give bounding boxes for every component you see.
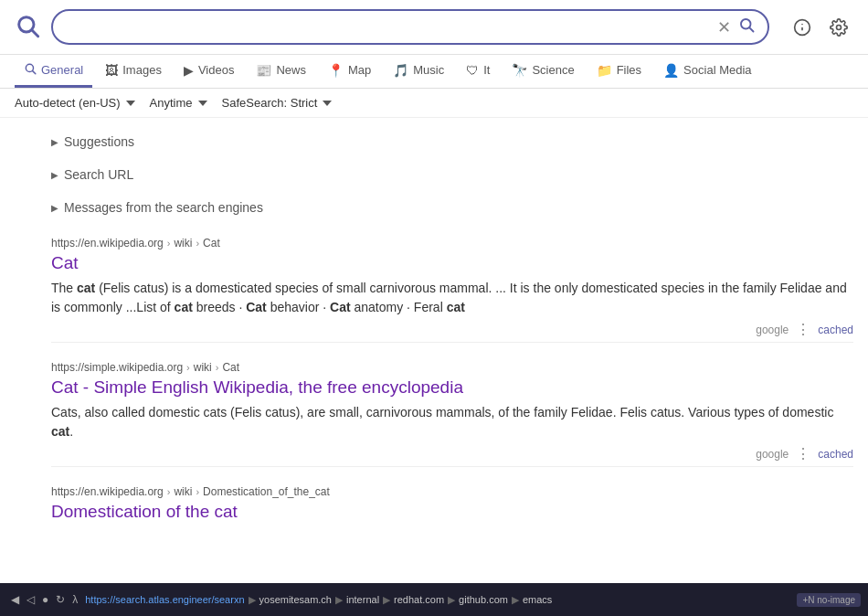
result-1-url: https://en.wikipedia.org › wiki › Cat — [51, 237, 853, 250]
suggestions-triangle-icon: ▶ — [51, 137, 58, 147]
result-3: https://en.wikipedia.org › wiki › Domest… — [51, 485, 853, 522]
images-icon: 🖼 — [105, 63, 118, 78]
language-filter[interactable]: Auto-detect (en-US) — [15, 96, 135, 110]
result-2-divider — [51, 466, 853, 467]
result-2-cached-button[interactable]: cached — [818, 448, 853, 461]
search-input[interactable]: cat wikipedia — [66, 19, 710, 36]
tab-social-media[interactable]: 👤 Social Media — [654, 56, 760, 88]
result-1-source: google — [756, 324, 789, 336]
map-icon: 📍 — [328, 63, 344, 78]
search-url-section: ▶ Search URL — [51, 160, 853, 189]
nav-lambda-button[interactable]: λ — [69, 593, 81, 606]
top-icons — [788, 13, 853, 42]
result-3-url: https://en.wikipedia.org › wiki › Domest… — [51, 485, 853, 498]
suggestions-header[interactable]: ▶ Suggestions — [51, 127, 853, 156]
breadcrumb-emacs[interactable]: emacs — [519, 594, 556, 605]
result-2-title[interactable]: Cat - Simple English Wikipedia, the free… — [51, 377, 853, 398]
svg-point-6 — [802, 24, 803, 25]
search-box: cat wikipedia ✕ — [51, 9, 769, 45]
result-1-divider — [51, 342, 853, 343]
breadcrumb-redhat[interactable]: redhat.com — [390, 594, 448, 605]
result-2-url-wiki: wiki — [194, 361, 212, 374]
result-2-url-cat: Cat — [222, 361, 239, 374]
videos-icon: ▶ — [184, 63, 194, 78]
search-logo — [15, 13, 40, 41]
it-icon: 🛡 — [466, 63, 479, 78]
files-icon: 📁 — [597, 63, 612, 78]
top-bar: cat wikipedia ✕ — [0, 0, 868, 55]
general-icon — [24, 62, 37, 78]
breadcrumbs: ▶ yosemitesam.ch ▶ internal ▶ redhat.com… — [249, 594, 556, 606]
result-1-title[interactable]: Cat — [51, 253, 853, 273]
tab-general[interactable]: General — [15, 55, 92, 88]
result-3-title[interactable]: Domestication of the cat — [51, 502, 853, 522]
result-1-more-icon[interactable]: ⋮ — [796, 321, 810, 338]
tab-news[interactable]: 📰 News — [247, 56, 315, 88]
nav-dot-button[interactable]: ● — [38, 593, 52, 606]
search-url-header[interactable]: ▶ Search URL — [51, 160, 853, 189]
search-submit-icon[interactable] — [738, 16, 755, 37]
filter-bar: Auto-detect (en-US) Anytime SafeSearch: … — [0, 89, 868, 118]
tab-videos[interactable]: ▶ Videos — [175, 56, 244, 88]
result-3-url-domestication: Domestication_of_the_cat — [203, 485, 330, 498]
nav-forward-button[interactable]: ◁ — [23, 593, 38, 606]
result-1-url-cat: Cat — [203, 237, 220, 250]
time-filter[interactable]: Anytime — [150, 96, 207, 110]
settings-button[interactable] — [824, 13, 853, 42]
tab-map[interactable]: 📍 Map — [319, 56, 380, 88]
result-2-source: google — [756, 448, 789, 461]
tab-science[interactable]: 🔭 Science — [503, 56, 583, 88]
result-1-footer: google ⋮ cached — [51, 321, 853, 338]
tab-music[interactable]: 🎵 Music — [384, 56, 453, 88]
result-1-cached-button[interactable]: cached — [818, 324, 853, 336]
breadcrumb-github[interactable]: github.com — [455, 594, 512, 605]
result-1: https://en.wikipedia.org › wiki › Cat Ca… — [51, 237, 853, 343]
svg-line-3 — [749, 27, 753, 31]
main-content: ▶ Suggestions ▶ Search URL ▶ Messages fr… — [0, 118, 868, 555]
result-1-url-path: wiki — [174, 237, 192, 250]
time-chevron-icon — [198, 99, 207, 108]
result-2-url: https://simple.wikipedia.org › wiki › Ca… — [51, 361, 853, 374]
messages-section: ▶ Messages from the search engines — [51, 193, 853, 222]
bottom-bar: ◀ ◁ ● ↻ λ https://search.atlas.engineer/… — [0, 583, 868, 616]
suggestions-section: ▶ Suggestions — [51, 127, 853, 156]
messages-triangle-icon: ▶ — [51, 203, 58, 213]
music-icon: 🎵 — [393, 63, 408, 78]
svg-point-7 — [837, 25, 842, 29]
safesearch-chevron-icon — [323, 99, 332, 108]
tab-images[interactable]: 🖼 Images — [96, 56, 171, 88]
info-button[interactable] — [788, 13, 817, 42]
result-2-footer: google ⋮ cached — [51, 445, 853, 462]
result-1-snippet: The cat (Felis catus) is a domesticated … — [51, 279, 853, 317]
science-icon: 🔭 — [512, 63, 527, 78]
messages-header[interactable]: ▶ Messages from the search engines — [51, 193, 853, 222]
news-icon: 📰 — [256, 63, 271, 78]
breadcrumb-yosemitesam[interactable]: yosemitesam.ch — [256, 594, 335, 605]
safesearch-filter[interactable]: SafeSearch: Strict — [222, 96, 333, 110]
svg-line-9 — [33, 71, 36, 74]
svg-line-1 — [32, 30, 37, 36]
tab-files[interactable]: 📁 Files — [587, 56, 651, 88]
tab-it[interactable]: 🛡 It — [457, 56, 499, 88]
result-2: https://simple.wikipedia.org › wiki › Ca… — [51, 361, 853, 467]
bottom-url[interactable]: https://search.atlas.engineer/searxn — [81, 594, 248, 605]
breadcrumb-internal[interactable]: internal — [343, 594, 383, 605]
nav-tabs: General 🖼 Images ▶ Videos 📰 News 📍 Map 🎵… — [0, 55, 868, 89]
search-url-triangle-icon: ▶ — [51, 170, 58, 180]
nav-refresh-button[interactable]: ↻ — [52, 593, 69, 606]
result-2-snippet: Cats, also called domestic cats (Felis c… — [51, 403, 853, 441]
nav-back-button[interactable]: ◀ — [7, 593, 23, 606]
result-2-more-icon[interactable]: ⋮ — [796, 445, 810, 462]
social-media-icon: 👤 — [663, 63, 679, 78]
no-image-badge: +N no-image — [797, 593, 861, 607]
bottom-right: +N no-image — [797, 593, 861, 607]
language-chevron-icon — [126, 99, 135, 108]
clear-icon[interactable]: ✕ — [717, 19, 731, 36]
result-3-url-wiki: wiki — [174, 485, 192, 498]
